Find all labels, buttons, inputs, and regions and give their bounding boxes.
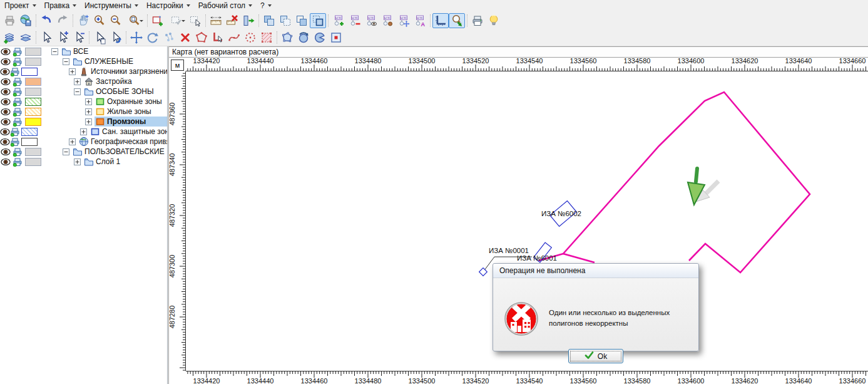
layer-color-swatch[interactable]: [25, 148, 41, 156]
tree-row-4[interactable]: Застройка: [0, 76, 167, 86]
add-region-icon[interactable]: [150, 13, 166, 28]
layer-color-swatch[interactable]: [25, 118, 41, 126]
collapse-icon[interactable]: [74, 88, 81, 95]
expand-icon[interactable]: [85, 108, 92, 115]
selection-intersect-icon[interactable]: [294, 13, 310, 28]
edit-nodes-icon[interactable]: [161, 30, 177, 45]
visibility-eye-icon[interactable]: [0, 56, 11, 66]
tree-row-2[interactable]: СЛУЖЕБНЫЕ: [0, 56, 167, 66]
layer-print-icon[interactable]: [11, 56, 24, 66]
layer-color-swatch[interactable]: [21, 138, 38, 146]
draw-polygon-icon[interactable]: [279, 30, 295, 45]
tree-item-2[interactable]: СЛУЖЕБНЫЕ: [72, 56, 167, 66]
save-map-icon[interactable]: [18, 13, 34, 28]
measure-distance-icon[interactable]: [208, 13, 224, 28]
menu-item-2[interactable]: Правка: [40, 0, 81, 12]
selected-polygon[interactable]: [563, 92, 810, 272]
zoom-in-icon[interactable]: [91, 13, 108, 28]
layers-list-icon[interactable]: [18, 30, 34, 45]
expand-icon[interactable]: [85, 118, 92, 125]
tree-item-6[interactable]: Охранные зоны: [94, 96, 167, 106]
layer-print-icon[interactable]: [11, 86, 24, 96]
visibility-eye-icon[interactable]: [0, 137, 10, 147]
tree-row-9[interactable]: Сан. защитные зоны: [0, 127, 167, 137]
expand-icon[interactable]: [69, 138, 76, 145]
draw-sector-icon[interactable]: [312, 30, 328, 45]
select-add-icon[interactable]: [54, 30, 71, 45]
layer-color-swatch[interactable]: [25, 58, 41, 66]
move-object-icon[interactable]: [128, 30, 145, 45]
chevron-down-icon[interactable]: [140, 20, 143, 22]
undo-icon[interactable]: [38, 13, 54, 28]
layer-print-icon[interactable]: [11, 117, 24, 127]
menu-item-3[interactable]: Инструменты: [80, 0, 142, 12]
label-color-icon[interactable]: ызс: [379, 13, 396, 28]
tree-row-8[interactable]: Промзоны: [0, 117, 167, 127]
source-point-marker[interactable]: [479, 268, 488, 276]
layer-color-swatch[interactable]: [25, 108, 41, 116]
layer-print-icon[interactable]: [10, 127, 20, 137]
zoom-to-selection-icon[interactable]: [449, 13, 465, 28]
visibility-eye-icon[interactable]: [0, 127, 10, 137]
edit-angle-icon[interactable]: [210, 30, 226, 45]
layer-print-icon[interactable]: [11, 46, 24, 56]
tree-item-5[interactable]: ОСОБЫЕ ЗОНЫ: [83, 86, 167, 96]
selection-window-icon[interactable]: [310, 13, 326, 28]
select-region-icon[interactable]: [187, 13, 203, 28]
tree-item-12[interactable]: Слой 1: [83, 157, 167, 167]
show-rulers-icon[interactable]: [432, 13, 449, 28]
pan-mode-icon[interactable]: [75, 13, 91, 28]
tree-row-3[interactable]: Источники загрязнения атм…: [0, 66, 167, 76]
chevron-down-icon[interactable]: [181, 20, 185, 22]
select-remove-icon[interactable]: [71, 30, 87, 45]
visibility-eye-icon[interactable]: [0, 96, 11, 106]
tree-row-7[interactable]: Жилые зоны: [0, 106, 167, 117]
draw-circle-icon[interactable]: [295, 30, 312, 45]
label-move-icon[interactable]: ызс: [396, 13, 412, 28]
source-label[interactable]: ИЗА №6002: [541, 210, 581, 217]
expand-icon[interactable]: [69, 68, 76, 75]
source-label[interactable]: ИЗА №6001: [517, 254, 557, 262]
visibility-eye-icon[interactable]: [0, 46, 11, 56]
label-add-icon[interactable]: ызс: [330, 13, 347, 28]
label-visibility-icon[interactable]: ызс: [363, 13, 379, 28]
collapse-icon[interactable]: [51, 48, 58, 55]
visibility-eye-icon[interactable]: [0, 76, 11, 86]
delete-object-icon[interactable]: [177, 30, 193, 45]
visibility-eye-icon[interactable]: [0, 106, 11, 117]
visibility-eye-icon[interactable]: [0, 117, 11, 127]
tree-item-3[interactable]: Источники загрязнения атм…: [78, 66, 168, 76]
apply-region-icon[interactable]: [166, 13, 187, 28]
label-delete-icon[interactable]: ызс: [347, 13, 363, 28]
tree-item-9[interactable]: Сан. защитные зоны: [89, 127, 168, 137]
tree-row-10[interactable]: Географическая привязка: [0, 137, 167, 147]
visibility-eye-icon[interactable]: [0, 157, 11, 167]
ok-button[interactable]: Ok: [568, 349, 623, 363]
tips-icon[interactable]: [486, 13, 502, 28]
print-icon[interactable]: [469, 13, 486, 28]
layer-color-swatch[interactable]: [25, 78, 41, 86]
expand-icon[interactable]: [74, 158, 81, 165]
tree-row-11[interactable]: ПОЛЬЗОВАТЕЛЬСКИЕ: [0, 147, 167, 157]
select-by-sheet-icon[interactable]: [91, 30, 108, 45]
tree-item-10[interactable]: Географическая привязка: [78, 137, 168, 147]
redo-icon[interactable]: [54, 13, 71, 28]
draw-rectangle-icon[interactable]: [328, 30, 344, 45]
tree-row-5[interactable]: ОСОБЫЕ ЗОНЫ: [0, 86, 167, 96]
expand-icon[interactable]: [74, 78, 81, 85]
dialog-title-bar[interactable]: Операция не выполнена: [493, 264, 698, 278]
layer-print-icon[interactable]: [10, 66, 20, 76]
expand-icon[interactable]: [85, 98, 92, 105]
layer-color-swatch[interactable]: [25, 98, 41, 106]
visibility-eye-icon[interactable]: [0, 86, 11, 96]
menu-item-5[interactable]: Рабочий стол: [194, 0, 256, 12]
layer-color-swatch[interactable]: [25, 48, 41, 56]
zoom-out-icon[interactable]: [108, 13, 124, 28]
visibility-eye-icon[interactable]: [0, 147, 11, 157]
menu-item-4[interactable]: Настройки: [142, 0, 194, 12]
clear-measurements-icon[interactable]: [224, 13, 240, 28]
tree-item-11[interactable]: ПОЛЬЗОВАТЕЛЬСКИЕ: [72, 147, 167, 157]
edit-polygon-icon[interactable]: [193, 30, 210, 45]
tree-item-7[interactable]: Жилые зоны: [94, 106, 167, 117]
edit-circle-icon[interactable]: [242, 30, 258, 45]
